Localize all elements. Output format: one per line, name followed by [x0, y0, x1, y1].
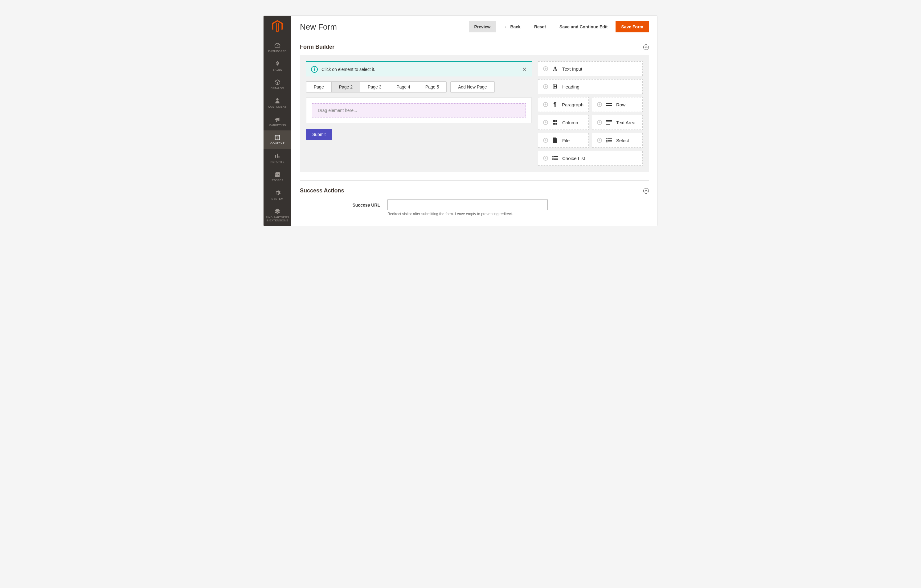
element-label: Row — [616, 102, 625, 107]
element-column[interactable]: + Column — [538, 115, 589, 130]
tab-page-4[interactable]: Page 4 — [389, 82, 417, 92]
plus-icon: + — [543, 156, 548, 161]
sidebar-item-reports[interactable]: REPORTS — [264, 149, 291, 168]
elements-palette: + A Text Input + H Heading + ¶ Parag — [538, 61, 643, 166]
close-icon[interactable]: ✕ — [522, 66, 527, 73]
svg-rect-6 — [606, 120, 612, 121]
element-heading[interactable]: + H Heading — [538, 79, 643, 94]
sidebar-item-customers[interactable]: CUSTOMERS — [264, 94, 291, 112]
svg-rect-13 — [608, 140, 612, 141]
preview-button[interactable]: Preview — [469, 21, 496, 33]
sidebar-item-system[interactable]: SYSTEM — [264, 186, 291, 204]
sidebar-item-partners[interactable]: FIND PARTNERS & EXTENSIONS — [264, 204, 291, 226]
chevron-up-icon — [643, 44, 649, 50]
sidebar-item-label: MARKETING — [265, 124, 290, 127]
plus-icon: + — [543, 84, 548, 89]
plus-icon: + — [543, 102, 548, 107]
plus-icon: + — [543, 66, 548, 71]
element-text-input[interactable]: + A Text Input — [538, 61, 643, 76]
svg-rect-7 — [606, 122, 612, 122]
tab-page-2[interactable]: Page 2 — [331, 82, 360, 92]
plus-icon: + — [597, 120, 602, 125]
tab-page-1[interactable]: Page — [306, 82, 331, 92]
builder-canvas-area: i Click on element to select it. ✕ Page … — [306, 61, 532, 166]
submit-button[interactable]: Submit — [306, 129, 332, 140]
page-title: New Form — [300, 22, 337, 32]
element-text-area[interactable]: + Text Area — [592, 115, 643, 130]
svg-rect-5 — [555, 123, 557, 125]
form-builder-panel: i Click on element to select it. ✕ Page … — [300, 55, 649, 172]
svg-point-20 — [552, 159, 553, 160]
tab-page-5[interactable]: Page 5 — [418, 82, 446, 92]
reset-button[interactable]: Reset — [529, 21, 552, 33]
svg-rect-8 — [606, 123, 612, 123]
svg-rect-2 — [553, 120, 555, 122]
svg-rect-3 — [555, 120, 557, 122]
dropzone[interactable]: Drag element here... — [312, 103, 526, 117]
element-label: Text Area — [616, 120, 636, 125]
element-label: Select — [616, 138, 629, 143]
select-icon — [606, 137, 612, 143]
save-continue-button[interactable]: Save and Continue Edit — [554, 21, 613, 33]
megaphone-icon — [274, 116, 281, 123]
back-button[interactable]: ←Back — [498, 21, 526, 33]
tabs-group: Page Page 2 Page 3 Page 4 Page 5 — [306, 81, 447, 93]
section-title-text: Success Actions — [300, 187, 344, 194]
app-window: DASHBOARD SALES CATALOG CUSTOMERS MARKET… — [263, 15, 658, 226]
plus-icon: + — [597, 138, 602, 143]
sidebar-item-catalog[interactable]: CATALOG — [264, 75, 291, 94]
dollar-icon — [274, 60, 281, 67]
info-message: i Click on element to select it. ✕ — [306, 61, 532, 77]
column-icon — [552, 120, 558, 125]
sidebar: DASHBOARD SALES CATALOG CUSTOMERS MARKET… — [264, 16, 291, 226]
tab-page-3[interactable]: Page 3 — [360, 82, 389, 92]
text-input-icon: A — [552, 66, 558, 72]
section-form-builder[interactable]: Form Builder — [300, 44, 649, 50]
success-url-hint: Redirect visitor after submitting the fo… — [387, 212, 548, 216]
section-success-actions[interactable]: Success Actions — [300, 187, 649, 194]
add-new-page-button[interactable]: Add New Page — [450, 81, 495, 93]
svg-rect-19 — [554, 158, 558, 158]
sidebar-item-marketing[interactable]: MARKETING — [264, 112, 291, 131]
element-file[interactable]: + File — [538, 133, 589, 148]
text-area-icon — [606, 120, 612, 125]
paragraph-icon: ¶ — [552, 102, 558, 107]
plus-icon: + — [597, 102, 602, 107]
sidebar-item-stores[interactable]: STORES — [264, 168, 291, 186]
svg-point-12 — [606, 140, 607, 141]
section-divider — [300, 180, 649, 181]
sidebar-item-content[interactable]: CONTENT — [264, 130, 291, 149]
element-row[interactable]: + Row — [592, 97, 643, 112]
layout-icon — [274, 134, 281, 141]
sidebar-item-sales[interactable]: SALES — [264, 57, 291, 75]
save-form-button[interactable]: Save Form — [615, 21, 649, 33]
store-icon — [274, 171, 281, 178]
sidebar-item-label: REPORTS — [265, 161, 290, 164]
sidebar-item-dashboard[interactable]: DASHBOARD — [264, 38, 291, 57]
element-paragraph[interactable]: + ¶ Paragraph — [538, 97, 589, 112]
back-label: Back — [510, 24, 520, 29]
heading-icon: H — [552, 84, 558, 90]
gear-icon — [274, 190, 281, 196]
svg-point-18 — [552, 158, 553, 159]
sidebar-item-label: STORES — [265, 179, 290, 182]
success-url-input[interactable] — [387, 199, 548, 210]
chevron-up-icon — [643, 188, 649, 194]
svg-rect-4 — [553, 123, 555, 125]
extensions-icon — [274, 208, 281, 215]
svg-rect-17 — [554, 156, 558, 157]
element-select[interactable]: + Select — [592, 133, 643, 148]
content-area: Form Builder i Click on element to selec… — [291, 38, 657, 225]
row-icon — [606, 102, 612, 107]
magento-logo[interactable] — [267, 16, 288, 38]
page-tabs: Page Page 2 Page 3 Page 4 Page 5 Add New… — [306, 81, 532, 93]
info-text: Click on element to select it. — [322, 67, 375, 72]
file-icon — [552, 137, 558, 143]
sidebar-item-label: SALES — [265, 68, 290, 72]
info-icon: i — [311, 66, 318, 73]
sidebar-item-label: FIND PARTNERS & EXTENSIONS — [265, 216, 290, 222]
element-choice-list[interactable]: + Choice List — [538, 151, 643, 166]
plus-icon: + — [543, 120, 548, 125]
box-icon — [274, 79, 281, 86]
success-url-label: Success URL — [300, 199, 380, 207]
